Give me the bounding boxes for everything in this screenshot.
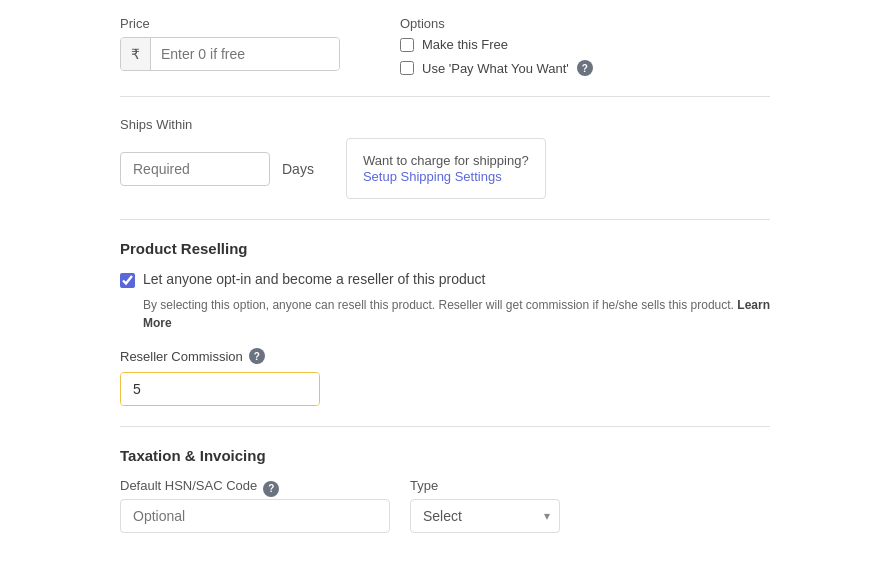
ships-within-label: Ships Within bbox=[120, 117, 770, 132]
product-reselling-section: Product Reselling Let anyone opt-in and … bbox=[120, 220, 770, 426]
taxation-section: Taxation & Invoicing Default HSN/SAC Cod… bbox=[120, 427, 770, 553]
tax-fields-row: Default HSN/SAC Code ? Type Select IGST … bbox=[120, 478, 770, 533]
hsn-sac-label: Default HSN/SAC Code bbox=[120, 478, 257, 493]
hsn-sac-help-icon[interactable]: ? bbox=[263, 481, 279, 497]
reselling-section-title: Product Reselling bbox=[120, 240, 770, 257]
reselling-opt-in-checkbox[interactable] bbox=[120, 273, 135, 288]
type-label: Type bbox=[410, 478, 560, 493]
commission-help-icon[interactable]: ? bbox=[249, 348, 265, 364]
hsn-sac-field: Default HSN/SAC Code ? bbox=[120, 478, 390, 533]
price-input[interactable] bbox=[151, 38, 340, 70]
pay-what-you-want-help-icon[interactable]: ? bbox=[577, 60, 593, 76]
hsn-sac-label-row: Default HSN/SAC Code ? bbox=[120, 478, 390, 499]
reselling-description: By selecting this option, anyone can res… bbox=[143, 296, 770, 332]
reselling-opt-in-label: Let anyone opt-in and become a reseller … bbox=[143, 271, 485, 287]
commission-label: Reseller Commission bbox=[120, 349, 243, 364]
type-field: Type Select IGST CGST SGST ▾ bbox=[410, 478, 560, 533]
currency-symbol: ₹ bbox=[121, 38, 151, 70]
hsn-sac-input[interactable] bbox=[120, 499, 390, 533]
options-group: Make this Free Use 'Pay What You Want' ? bbox=[400, 37, 593, 76]
shipping-box-title: Want to charge for shipping? bbox=[363, 153, 529, 168]
ships-within-section: Ships Within Days Want to charge for shi… bbox=[120, 97, 770, 219]
type-select[interactable]: Select IGST CGST SGST bbox=[410, 499, 560, 533]
shipping-box: Want to charge for shipping? Setup Shipp… bbox=[346, 138, 546, 199]
make-free-label: Make this Free bbox=[422, 37, 508, 52]
reselling-desc-text: By selecting this option, anyone can res… bbox=[143, 298, 734, 312]
pay-what-you-want-label: Use 'Pay What You Want' bbox=[422, 61, 569, 76]
commission-input[interactable] bbox=[121, 373, 320, 405]
make-free-checkbox[interactable] bbox=[400, 38, 414, 52]
pay-what-you-want-row: Use 'Pay What You Want' ? bbox=[400, 60, 593, 76]
pay-what-you-want-checkbox[interactable] bbox=[400, 61, 414, 75]
commission-input-group: % bbox=[120, 372, 320, 406]
reselling-opt-in-row: Let anyone opt-in and become a reseller … bbox=[120, 271, 770, 288]
setup-shipping-link[interactable]: Setup Shipping Settings bbox=[363, 169, 502, 184]
price-input-group: ₹ bbox=[120, 37, 340, 71]
make-free-row: Make this Free bbox=[400, 37, 593, 52]
commission-label-row: Reseller Commission ? bbox=[120, 348, 770, 364]
options-label: Options bbox=[400, 16, 593, 31]
type-select-wrapper: Select IGST CGST SGST ▾ bbox=[410, 499, 560, 533]
taxation-section-title: Taxation & Invoicing bbox=[120, 447, 770, 464]
days-label: Days bbox=[282, 161, 314, 177]
ships-within-row: Days Want to charge for shipping? Setup … bbox=[120, 138, 770, 199]
price-label: Price bbox=[120, 16, 340, 31]
ships-within-input[interactable] bbox=[120, 152, 270, 186]
